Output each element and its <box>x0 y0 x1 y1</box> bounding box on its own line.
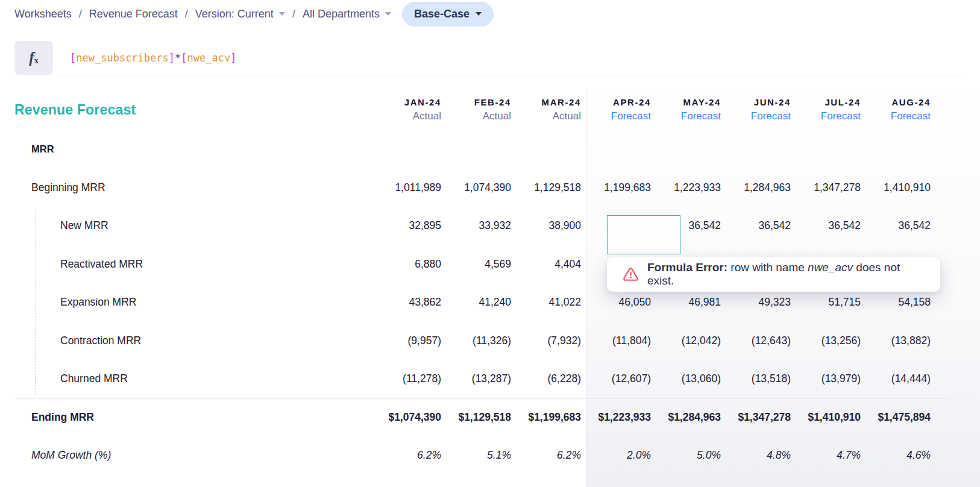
cell[interactable]: (13,287) <box>446 372 516 385</box>
cell[interactable]: $1,223,933 <box>586 411 656 424</box>
cell[interactable]: 4.6% <box>865 449 935 462</box>
cell[interactable]: 36,542 <box>865 219 935 232</box>
cell[interactable]: 2.0% <box>586 449 656 462</box>
column-month-label: MAR-24 <box>516 97 581 107</box>
cell[interactable]: $1,410,910 <box>796 411 865 424</box>
cell[interactable]: 46,981 <box>656 296 726 309</box>
chevron-down-icon <box>279 12 285 16</box>
column-header-aug-24[interactable]: AUG-24Forecast <box>865 97 935 122</box>
cell[interactable]: 1,011,989 <box>376 181 446 194</box>
column-status-label: Forecast <box>726 110 791 122</box>
row-label[interactable]: Beginning MRR <box>14 181 376 194</box>
cell[interactable]: 36,542 <box>726 219 796 232</box>
table-row: Beginning MRR1,011,9891,074,3901,129,518… <box>14 169 950 207</box>
row-label[interactable]: Reactivated MRR <box>14 258 376 271</box>
column-header-jan-24[interactable]: JAN-24Actual <box>376 97 446 122</box>
cell[interactable]: $1,199,683 <box>516 411 586 424</box>
cell[interactable]: 38,900 <box>516 219 586 232</box>
formula-input[interactable]: [new_subscribers]*[nwe_acv] <box>53 41 966 75</box>
row-label[interactable]: Churned MRR <box>14 372 376 385</box>
cell[interactable]: $1,129,518 <box>446 411 516 424</box>
column-header-apr-24[interactable]: APR-24Forecast <box>586 97 656 122</box>
cell[interactable]: 33,932 <box>446 219 516 232</box>
cell[interactable]: (13,256) <box>796 335 865 347</box>
column-header-jun-24[interactable]: JUN-24Forecast <box>726 97 796 122</box>
column-header-mar-24[interactable]: MAR-24Actual <box>516 97 586 122</box>
cell[interactable]: (12,042) <box>656 335 726 347</box>
cell[interactable]: (12,607) <box>586 372 656 385</box>
fx-icon: fx <box>14 41 53 75</box>
cell[interactable]: 5.1% <box>446 449 516 462</box>
cell[interactable]: (11,278) <box>376 372 446 385</box>
error-highlight: nwe_acv <box>808 261 853 274</box>
formula-token: ] <box>169 52 175 64</box>
cell[interactable]: 1,223,933 <box>656 181 726 194</box>
cell[interactable]: 54,158 <box>865 296 935 309</box>
cell[interactable]: (13,060) <box>656 372 726 385</box>
breadcrumb: Worksheets/Revenue Forecast/Version: Cur… <box>14 8 391 20</box>
cell[interactable]: 1,284,963 <box>726 181 796 194</box>
cell[interactable]: 4.7% <box>796 449 865 462</box>
breadcrumb-item[interactable]: Worksheets <box>14 8 72 20</box>
cell[interactable]: 1,410,910 <box>865 181 935 194</box>
cell[interactable]: (11,326) <box>446 335 516 347</box>
cell[interactable]: 5.0% <box>656 449 726 462</box>
worksheet-page: Worksheets/Revenue Forecast/Version: Cur… <box>0 0 980 487</box>
page-title: Revenue Forecast <box>14 102 376 118</box>
column-status-label: Forecast <box>656 110 721 122</box>
column-status-label: Actual <box>516 110 581 122</box>
breadcrumb-item[interactable]: All Departments <box>303 8 391 20</box>
cell[interactable]: 4.8% <box>726 449 796 462</box>
cell[interactable]: 6.2% <box>376 449 446 462</box>
cell[interactable]: 36,542 <box>796 219 865 232</box>
cell[interactable]: 1,129,518 <box>516 181 586 194</box>
cell[interactable]: (13,979) <box>796 372 865 385</box>
cell[interactable]: 1,074,390 <box>446 181 516 194</box>
breadcrumb-item[interactable]: Revenue Forecast <box>89 8 178 20</box>
row-label[interactable]: Contraction MRR <box>14 335 376 347</box>
row-label[interactable]: New MRR <box>14 219 376 232</box>
cell[interactable]: (7,932) <box>516 335 586 347</box>
cell[interactable]: $1,347,278 <box>726 411 796 424</box>
table-row: Contraction MRR(9,957)(11,326)(7,932)(11… <box>14 322 950 360</box>
cell[interactable]: 1,347,278 <box>796 181 865 194</box>
cell[interactable]: 4,404 <box>516 258 586 271</box>
cell[interactable]: (14,444) <box>865 372 935 385</box>
cell[interactable]: 6.2% <box>516 449 586 462</box>
formula-token: * <box>175 52 181 64</box>
row-label[interactable]: Expansion MRR <box>14 296 376 309</box>
cell[interactable]: 46,050 <box>586 296 656 309</box>
cell[interactable]: $1,475,894 <box>865 411 935 424</box>
cell[interactable]: 51,715 <box>796 296 865 309</box>
cell[interactable]: (13,518) <box>726 372 796 385</box>
cell[interactable]: (6,228) <box>516 372 586 385</box>
row-label[interactable]: MRR <box>14 143 376 155</box>
sheet-body: MRRBeginning MRR1,011,9891,074,3901,129,… <box>14 130 950 475</box>
cell[interactable]: (13,882) <box>865 335 935 347</box>
breadcrumb-separator: / <box>79 8 82 20</box>
cell[interactable]: (9,957) <box>376 335 446 347</box>
cell[interactable]: 49,323 <box>726 296 796 309</box>
column-header-may-24[interactable]: MAY-24Forecast <box>656 97 726 122</box>
selected-cell[interactable] <box>607 215 680 254</box>
row-label[interactable]: MoM Growth (%) <box>14 449 376 462</box>
column-header-feb-24[interactable]: FEB-24Actual <box>446 97 516 122</box>
cell[interactable]: $1,074,390 <box>376 411 446 424</box>
cell[interactable]: 41,240 <box>446 296 516 309</box>
cell[interactable]: 41,022 <box>516 296 586 309</box>
formula-token: ] <box>230 52 236 64</box>
cell[interactable]: 32,895 <box>376 219 446 232</box>
breadcrumb-item[interactable]: Version: Current <box>195 8 285 20</box>
cell[interactable]: 6,880 <box>376 258 446 271</box>
column-header-jul-24[interactable]: JUL-24Forecast <box>796 97 865 122</box>
cell[interactable]: (12,643) <box>726 335 796 347</box>
column-status-label: Forecast <box>865 110 931 122</box>
cell[interactable]: (11,804) <box>586 335 656 347</box>
cell[interactable]: 4,569 <box>446 258 516 271</box>
cell[interactable]: 1,199,683 <box>586 181 656 194</box>
scenario-selector[interactable]: Base-Case <box>402 2 494 27</box>
row-label[interactable]: Ending MRR <box>14 411 376 424</box>
column-month-label: JAN-24 <box>376 97 441 107</box>
cell[interactable]: $1,284,963 <box>656 411 726 424</box>
cell[interactable]: 43,862 <box>376 296 446 309</box>
